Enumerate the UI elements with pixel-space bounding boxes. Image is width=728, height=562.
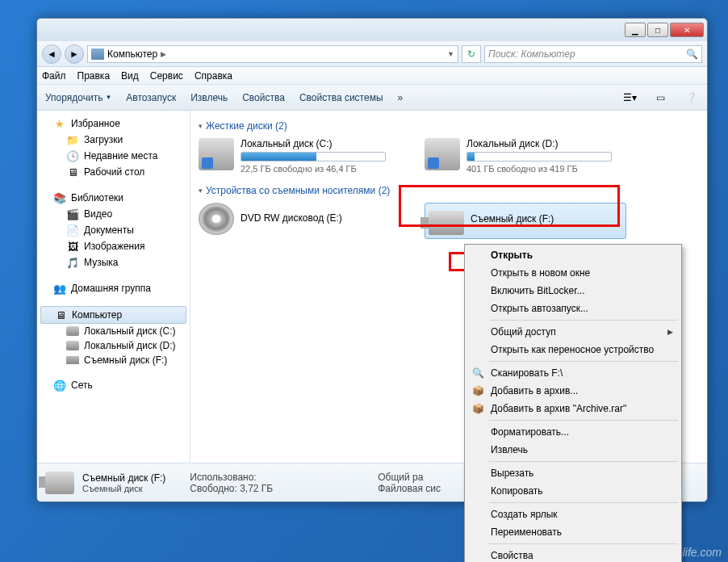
context-eject[interactable]: Извлечь	[467, 441, 680, 459]
computer-icon	[91, 48, 104, 60]
context-properties[interactable]: Свойства	[467, 547, 680, 562]
section-hard-drives[interactable]: ▾Жесткие диски (2)	[199, 120, 699, 132]
drive-icon	[199, 138, 234, 170]
disk-icon	[66, 341, 79, 350]
drive-d[interactable]: Локальный диск (D:) 401 ГБ свободно из 4…	[425, 138, 626, 174]
view-button[interactable]: ☰▾	[621, 90, 638, 106]
favorites-header[interactable]: ★Избранное	[37, 115, 190, 132]
drive-icon	[425, 138, 460, 170]
minimize-button[interactable]: ▁	[625, 23, 646, 37]
menu-view[interactable]: Вид	[121, 70, 139, 82]
menu-help[interactable]: Справка	[195, 70, 232, 82]
context-menu: Открыть Открыть в новом окне Включить Bi…	[464, 244, 682, 562]
context-bitlocker[interactable]: Включить BitLocker...	[467, 282, 680, 300]
video-icon: 🎬	[66, 208, 79, 220]
sidebar-item-disk-d[interactable]: Локальный диск (D:)	[37, 338, 190, 353]
forward-button[interactable]: ►	[65, 44, 84, 64]
context-cut[interactable]: Вырезать	[467, 464, 680, 482]
context-format[interactable]: Форматировать...	[467, 423, 680, 441]
archive-icon: 📦	[471, 384, 484, 397]
context-open-new-window[interactable]: Открыть в новом окне	[467, 264, 680, 282]
recent-icon: 🕓	[66, 149, 79, 162]
context-sharing[interactable]: Общий доступ▶	[467, 323, 680, 341]
drive-usb[interactable]: Съемный диск (F:)	[425, 203, 626, 239]
sidebar-item-disk-c[interactable]: Локальный диск (C:)	[37, 324, 190, 338]
context-open[interactable]: Открыть	[467, 246, 680, 264]
music-icon: 🎵	[66, 256, 79, 269]
preview-pane-button[interactable]: ▭	[652, 90, 668, 106]
usb-icon	[66, 356, 79, 364]
sidebar-item-documents[interactable]: 📄Документы	[37, 222, 190, 238]
desktop-icon: 🖥	[66, 166, 79, 178]
sidebar-item-computer[interactable]: 🖥Компьютер	[40, 306, 186, 324]
section-removable[interactable]: ▾Устройства со съемными носителями (2)	[199, 185, 699, 196]
context-portable-device[interactable]: Открыть как переносное устройство	[467, 341, 680, 359]
navigation-pane: ★Избранное 📁Загрузки 🕓Недавние места 🖥Ра…	[37, 111, 190, 463]
pictures-icon: 🖼	[66, 240, 79, 253]
breadcrumb[interactable]: Компьютер	[107, 48, 157, 60]
menu-file[interactable]: Файл	[42, 70, 66, 82]
sidebar-item-downloads[interactable]: 📁Загрузки	[37, 132, 190, 148]
toolbar-more[interactable]: »	[398, 92, 404, 103]
menubar: Файл Правка Вид Сервис Справка	[37, 67, 707, 85]
menu-edit[interactable]: Правка	[77, 70, 111, 82]
dvd-icon	[199, 203, 234, 235]
properties-button[interactable]: Свойства	[242, 92, 285, 103]
chevron-right-icon: ▶	[667, 328, 673, 336]
close-button[interactable]: ✕	[670, 23, 704, 37]
network-icon: 🌐	[53, 379, 66, 392]
menu-tools[interactable]: Сервис	[150, 70, 183, 82]
context-add-archive-rar[interactable]: 📦Добавить в архив "Archive.rar"	[467, 400, 680, 417]
homegroup-header[interactable]: 👥Домашняя группа	[37, 280, 190, 296]
search-placeholder: Поиск: Компьютер	[488, 48, 575, 60]
computer-icon: 🖥	[54, 308, 67, 321]
disk-icon	[66, 326, 79, 336]
autoplay-button[interactable]: Автозапуск	[126, 92, 176, 103]
documents-icon: 📄	[66, 224, 79, 237]
system-properties-button[interactable]: Свойства системы	[299, 92, 383, 103]
star-icon: ★	[53, 117, 66, 130]
usb-icon	[45, 472, 74, 494]
collapse-icon: ▾	[199, 122, 203, 130]
details-type: Съемный диск	[82, 484, 165, 493]
refresh-button[interactable]: ↻	[462, 45, 481, 63]
context-scan[interactable]: 🔍Сканировать F:\	[467, 364, 680, 382]
chevron-right-icon[interactable]: ▶	[161, 50, 166, 58]
navigation-row: ◄ ► Компьютер ▶ ▼ ↻ Поиск: Компьютер 🔍	[37, 41, 707, 67]
network-header[interactable]: 🌐Сеть	[37, 377, 190, 393]
organize-button[interactable]: Упорядочить ▼	[45, 92, 111, 103]
drive-dvd[interactable]: DVD RW дисковод (E:)	[199, 203, 400, 239]
libraries-icon: 📚	[53, 191, 66, 204]
context-autoplay[interactable]: Открыть автозапуск...	[467, 300, 680, 317]
drive-c[interactable]: Локальный диск (C:) 22,5 ГБ свободно из …	[199, 138, 400, 174]
sidebar-item-pictures[interactable]: 🖼Изображения	[37, 238, 190, 254]
sidebar-item-recent[interactable]: 🕓Недавние места	[37, 148, 190, 164]
sidebar-item-video[interactable]: 🎬Видео	[37, 206, 190, 222]
context-shortcut[interactable]: Создать ярлык	[467, 505, 680, 523]
scan-icon: 🔍	[471, 367, 484, 380]
libraries-header[interactable]: 📚Библиотеки	[37, 190, 190, 206]
folder-icon: 📁	[66, 133, 79, 146]
chevron-down-icon[interactable]: ▼	[447, 50, 454, 58]
maximize-button[interactable]: □	[647, 23, 668, 37]
capacity-bar	[467, 152, 612, 161]
search-icon[interactable]: 🔍	[686, 48, 698, 60]
details-name: Съемный диск (F:)	[82, 472, 165, 484]
homegroup-icon: 👥	[53, 282, 66, 295]
sidebar-item-disk-f[interactable]: Съемный диск (F:)	[37, 353, 190, 367]
titlebar: ▁ □ ✕	[37, 19, 707, 41]
context-rename[interactable]: Переименовать	[467, 523, 680, 541]
collapse-icon: ▾	[199, 187, 203, 195]
sidebar-item-music[interactable]: 🎵Музыка	[37, 254, 190, 271]
address-bar[interactable]: Компьютер ▶ ▼	[87, 45, 458, 63]
sidebar-item-desktop[interactable]: 🖥Рабочий стол	[37, 164, 190, 180]
archive-icon: 📦	[471, 402, 484, 415]
context-copy[interactable]: Копировать	[467, 482, 680, 500]
capacity-bar	[241, 152, 386, 161]
eject-button[interactable]: Извлечь	[190, 92, 228, 103]
back-button[interactable]: ◄	[42, 44, 61, 64]
help-button[interactable]: ❔	[683, 90, 699, 106]
context-add-archive[interactable]: 📦Добавить в архив...	[467, 382, 680, 400]
search-input[interactable]: Поиск: Компьютер 🔍	[484, 45, 702, 63]
toolbar: Упорядочить ▼ Автозапуск Извлечь Свойств…	[37, 85, 707, 111]
